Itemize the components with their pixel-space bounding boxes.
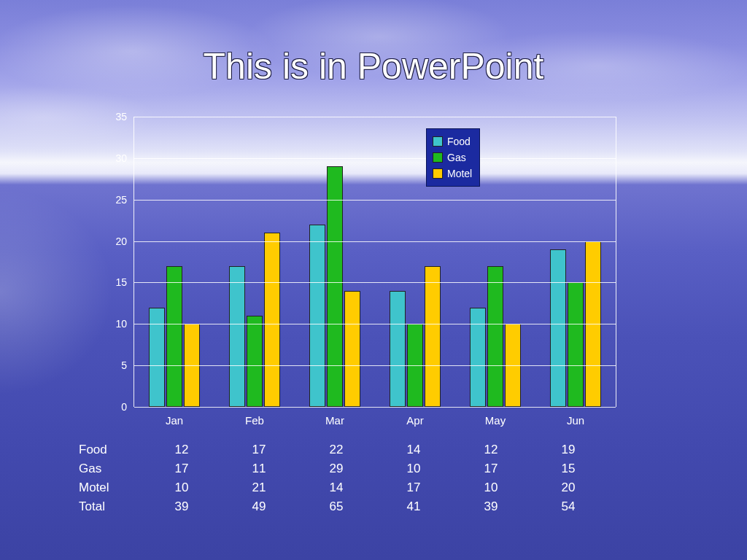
bar-gas (166, 266, 182, 407)
table-cell: 41 (375, 499, 452, 514)
bar-food (470, 308, 486, 407)
gridline (134, 241, 616, 242)
x-tick-label: May (473, 414, 517, 427)
gridline (134, 200, 616, 201)
bar-motel (425, 266, 441, 407)
gridline (134, 407, 616, 408)
y-tick-label: 20 (98, 236, 127, 247)
bar-gas (247, 316, 263, 407)
y-tick-label: 25 (98, 194, 127, 206)
legend-label-motel: Motel (447, 166, 472, 182)
table-cell: 49 (220, 499, 298, 514)
y-tick-label: 35 (98, 111, 127, 122)
gridline (134, 158, 616, 159)
table-cell: 10 (143, 481, 220, 495)
table-row-label: Motel (79, 481, 143, 495)
bar-chart: JanFebMarAprMayJun 05101520253035 Food G… (134, 117, 616, 407)
gridline (134, 324, 616, 324)
table-row: Total394965413954 (79, 497, 607, 516)
table-cell: 39 (452, 499, 530, 514)
legend-swatch-food (433, 136, 443, 147)
bar-gas (327, 166, 343, 407)
table-cell: 14 (298, 481, 375, 495)
bar-food (550, 249, 566, 407)
table-cell: 17 (220, 443, 298, 457)
gridline (134, 365, 616, 366)
table-cell: 39 (143, 499, 220, 514)
gridline (134, 117, 616, 117)
table-row-label: Gas (79, 462, 143, 476)
table-cell: 20 (530, 481, 607, 495)
y-tick-label: 10 (98, 318, 127, 330)
bars-layer: JanFebMarAprMayJun (134, 117, 616, 407)
legend-swatch-motel (433, 168, 443, 179)
bar-food (149, 308, 165, 407)
data-table: Food121722141219Gas171129101715Motel1021… (79, 440, 607, 516)
gridline (134, 282, 616, 283)
table-cell: 17 (375, 481, 452, 495)
legend-label-gas: Gas (447, 149, 466, 166)
y-tick-label: 15 (98, 276, 127, 288)
bar-group: Jan (134, 117, 214, 407)
table-cell: 14 (375, 443, 452, 457)
bar-gas (568, 282, 584, 407)
table-cell: 15 (530, 462, 607, 476)
table-cell: 17 (452, 462, 530, 476)
bar-motel (264, 233, 280, 407)
legend-label-food: Food (447, 133, 471, 149)
plot-area: JanFebMarAprMayJun 05101520253035 (134, 117, 616, 407)
table-cell: 11 (220, 462, 298, 476)
table-row: Motel102114171020 (79, 478, 607, 497)
table-cell: 12 (143, 443, 220, 457)
table-cell: 22 (298, 443, 375, 457)
table-cell: 54 (530, 499, 607, 514)
table-cell: 29 (298, 462, 375, 476)
y-axis-right-line (616, 117, 616, 407)
bar-motel (344, 291, 360, 407)
y-tick-label: 5 (98, 359, 127, 371)
legend-swatch-gas (433, 152, 443, 163)
table-cell: 10 (375, 462, 452, 476)
table-row: Food121722141219 (79, 440, 607, 459)
bar-food (309, 225, 325, 407)
x-tick-label: Feb (233, 414, 276, 427)
x-tick-label: Mar (313, 414, 357, 427)
table-cell: 12 (452, 443, 530, 457)
legend-item-motel: Motel (433, 166, 472, 182)
x-tick-label: Jun (554, 414, 597, 427)
y-tick-label: 0 (98, 401, 127, 413)
y-axis-line (133, 117, 134, 407)
table-cell: 17 (143, 462, 220, 476)
table-row-label: Total (79, 499, 143, 514)
table-cell: 19 (530, 443, 607, 457)
legend-item-food: Food (433, 133, 472, 149)
table-cell: 65 (298, 499, 375, 514)
table-cell: 21 (220, 481, 298, 495)
x-tick-label: Apr (393, 414, 437, 427)
bar-group: Mar (295, 117, 375, 407)
bar-group: Jun (535, 117, 616, 407)
table-row-label: Food (79, 443, 143, 457)
x-tick-label: Jan (152, 414, 196, 427)
table-row: Gas171129101715 (79, 459, 607, 478)
bar-food (229, 266, 245, 407)
bar-food (390, 291, 406, 407)
bar-group: Feb (214, 117, 295, 407)
y-tick-label: 30 (98, 152, 127, 164)
slide-title: This is in PowerPoint (0, 45, 747, 88)
bar-gas (487, 266, 503, 407)
table-cell: 10 (452, 481, 530, 495)
legend: Food Gas Motel (426, 128, 480, 187)
legend-item-gas: Gas (433, 149, 472, 166)
